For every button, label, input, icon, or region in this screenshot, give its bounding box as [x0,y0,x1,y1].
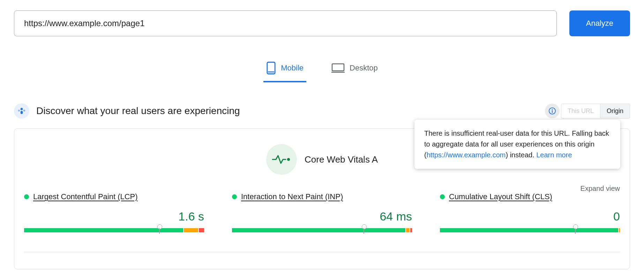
metric-name-inp[interactable]: Interaction to Next Paint (INP) [241,192,343,201]
section-title-wrap: Discover what your real users are experi… [14,103,240,119]
tab-mobile[interactable]: Mobile [263,57,306,82]
users-icon [14,103,29,119]
tooltip-origin-link[interactable]: https://www.example.com [427,151,506,159]
svg-point-6 [23,110,25,111]
metric-value-cls: 0 [440,210,620,223]
insufficient-data-tooltip: There is insufficient real-user data for… [414,120,620,169]
metric-cls: Cumulative Layout Shift (CLS) 0 [440,192,620,232]
metric-value-lcp: 1.6 s [24,210,204,223]
tab-desktop-label: Desktop [350,63,378,73]
scope-group: This URL Origin There is insufficient re… [545,104,630,119]
metric-bar-cls [440,228,620,232]
search-row: Analyze [14,10,630,36]
info-icon[interactable] [545,104,560,118]
metrics-row: Largest Contentful Paint (LCP) 1.6 s Int… [24,185,620,232]
metric-name-cls[interactable]: Cumulative Layout Shift (CLS) [449,192,552,201]
analyze-button[interactable]: Analyze [569,10,630,36]
section-header: Discover what your real users are experi… [14,103,630,119]
tab-desktop[interactable]: Desktop [329,57,381,82]
metric-bar-inp [232,228,412,232]
section-title: Discover what your real users are experi… [36,105,240,117]
scope-toggle: This URL Origin [561,104,630,119]
status-dot-icon [232,194,237,199]
divider [24,252,620,252]
desktop-icon [331,63,345,73]
metric-lcp: Largest Contentful Paint (LCP) 1.6 s [24,192,204,232]
scope-origin-button[interactable]: Origin [600,104,630,119]
svg-point-4 [21,108,23,110]
metric-name-lcp[interactable]: Largest Contentful Paint (LCP) [33,192,138,201]
url-input[interactable] [14,10,557,36]
tab-mobile-label: Mobile [281,63,304,73]
svg-rect-10 [552,110,553,113]
mobile-icon [266,61,276,75]
tooltip-learn-more-link[interactable]: Learn more [536,151,572,159]
svg-point-5 [18,110,20,111]
metric-value-inp: 64 ms [232,210,412,223]
status-dot-icon [440,194,445,199]
tooltip-text-mid: ) instead. [506,151,536,159]
pulse-icon [266,144,297,175]
vitals-title: Core Web Vitals A [305,154,378,165]
svg-point-11 [287,158,290,161]
metric-inp: Interaction to Next Paint (INP) 64 ms [232,192,412,232]
device-tabs: Mobile Desktop [14,57,630,82]
expand-view-link[interactable]: Expand view [581,185,620,193]
svg-point-9 [552,109,553,110]
metric-bar-lcp [24,228,204,232]
scope-this-url-button[interactable]: This URL [561,104,600,119]
status-dot-icon [24,194,29,199]
svg-rect-2 [332,64,344,71]
svg-rect-7 [21,111,23,114]
